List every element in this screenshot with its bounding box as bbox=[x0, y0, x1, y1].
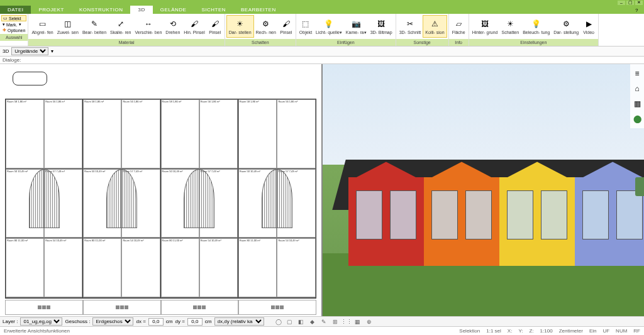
ribbon-icon: 🖌 bbox=[209, 18, 221, 30]
titlebar: – ▢ ✕ bbox=[0, 0, 644, 5]
status-ratio: 1:1 sel bbox=[486, 328, 501, 334]
room: Raum 58 1,86 m² bbox=[83, 99, 121, 168]
floor: Raum 58 1,86 m²Raum 56 1,86 m² bbox=[238, 99, 316, 169]
ribbon-label: Dar- stellen bbox=[229, 30, 252, 35]
ribbon-btn-1-1[interactable]: ⚙Rech- nen bbox=[254, 15, 278, 38]
floor: Raum 58 1,86 m²Raum 56 1,86 m² bbox=[83, 99, 160, 169]
layer-label: Layer : bbox=[3, 319, 18, 324]
status-ein: Ein bbox=[589, 328, 597, 334]
tab-konstruktion[interactable]: KONSTRUKTION bbox=[72, 6, 131, 14]
tab-projekt[interactable]: PROJEKT bbox=[31, 6, 71, 14]
room-label: Raum 54 10,49 m² bbox=[201, 239, 221, 242]
ribbon-btn-2-1[interactable]: 💡Licht- quelle▾ bbox=[314, 15, 344, 38]
ribbon-group-5: 🖼Hinter- grund☀Schatten💡Beleuch- tung⚙Da… bbox=[469, 14, 599, 46]
ribbon-label: Kolli- sion bbox=[425, 30, 444, 35]
layers-icon[interactable]: ≡ bbox=[631, 68, 643, 79]
unit-3: Raum 58 1,86 m²Raum 56 1,86 m²Raum 50 10… bbox=[238, 99, 316, 298]
house-1 bbox=[424, 177, 499, 265]
mark-button[interactable]: ▾Mark. ▾ bbox=[1, 22, 26, 27]
ribbon-label: Bear- beiten bbox=[82, 30, 106, 35]
window bbox=[356, 190, 382, 239]
ribbon-btn-3-1[interactable]: ⚠Kolli- sion bbox=[423, 15, 447, 38]
3d-view-pane[interactable]: ≡ ⌂ ▦ ⬤ bbox=[323, 64, 644, 316]
window bbox=[582, 190, 609, 239]
tool-icon-9[interactable]: ⊕ bbox=[365, 317, 374, 326]
min-button[interactable]: – bbox=[618, 1, 625, 5]
ribbon-btn-0-0[interactable]: ▭Abgrei- fen bbox=[30, 15, 55, 38]
status-left: Erweiterte Ansichtsfunktionen bbox=[4, 328, 70, 334]
tool-icon-2[interactable]: ▢ bbox=[286, 317, 294, 326]
tab-sichten[interactable]: SICHTEN bbox=[194, 6, 233, 14]
tool-icon-1[interactable]: ◯ bbox=[274, 317, 283, 326]
ribbon-btn-5-1[interactable]: ☀Schatten bbox=[500, 15, 521, 38]
ribbon-icon: ⤢ bbox=[115, 18, 126, 30]
close-button[interactable]: ✕ bbox=[635, 1, 643, 5]
ribbon-label: Verschie- ben bbox=[135, 30, 162, 35]
tab-3d[interactable]: 3D bbox=[130, 6, 152, 14]
geschoss-select[interactable]: Erdgeschos bbox=[92, 317, 133, 326]
dxdy-select[interactable]: dx,dy (relativ ka bbox=[214, 317, 264, 326]
tool-icon-3[interactable]: ◧ bbox=[297, 317, 306, 326]
house-icon[interactable]: ⌂ bbox=[631, 83, 643, 94]
ribbon-btn-5-0[interactable]: 🖼Hinter- grund bbox=[470, 15, 500, 38]
ribbon-btn-1-0[interactable]: ☀Dar- stellen bbox=[226, 15, 254, 38]
tool-icon-8[interactable]: ▦ bbox=[353, 317, 362, 326]
workspace: Raum 58 1,86 m²Raum 56 1,86 m²Raum 50 10… bbox=[0, 64, 644, 316]
tree-icon[interactable]: ⬤ bbox=[631, 113, 643, 124]
room-label: Raum 50 10,49 m² bbox=[240, 170, 260, 173]
ribbon-label: Zuwei- sen bbox=[57, 30, 79, 35]
ribbon-btn-0-2[interactable]: ✎Bear- beiten bbox=[80, 15, 108, 38]
ribbon-btn-0-5[interactable]: ⟲Drehen bbox=[164, 15, 182, 38]
group-label: Schatten bbox=[225, 39, 296, 46]
ribbon-icon: 🖌 bbox=[189, 18, 200, 30]
dx-input[interactable] bbox=[148, 318, 164, 326]
ribbon-btn-0-3[interactable]: ⤢Skalie- ren bbox=[108, 15, 133, 38]
tab-bearbeiten[interactable]: BEARBEITEN bbox=[233, 6, 284, 14]
status-unit: Zentimeter bbox=[559, 328, 583, 334]
ribbon-group-4: ▱FlächeInfo bbox=[449, 14, 469, 46]
tool-icon-4[interactable]: ◆ bbox=[308, 317, 317, 326]
ribbon-btn-0-7[interactable]: 🖌Pinsel bbox=[207, 15, 223, 38]
tool-icon-7[interactable]: ⋮⋮ bbox=[342, 317, 351, 326]
max-button[interactable]: ▢ bbox=[626, 1, 634, 5]
optionen-button[interactable]: ✚Optionen bbox=[1, 28, 26, 33]
room-label: Raum 50 10,49 m² bbox=[84, 170, 105, 173]
dialog-row: Dialoge: bbox=[0, 57, 644, 64]
ribbon-btn-4-0[interactable]: ▱Fläche bbox=[450, 15, 467, 38]
room: Raum 54 10,49 m² bbox=[44, 238, 82, 297]
floorplan-pane[interactable]: Raum 58 1,86 m²Raum 56 1,86 m²Raum 50 10… bbox=[0, 64, 323, 316]
floor: Raum 80 11,00 m²Raum 54 10,49 m² bbox=[83, 238, 160, 298]
tab-datei[interactable]: DATEI bbox=[0, 6, 31, 14]
room: Raum 56 1,86 m² bbox=[199, 99, 238, 168]
side-tab[interactable] bbox=[635, 177, 644, 196]
ribbon-btn-5-2[interactable]: 💡Beleuch- tung bbox=[521, 15, 552, 38]
ribbon-icon: 🖼 bbox=[479, 18, 491, 30]
tool-icon-6[interactable]: ⊞ bbox=[331, 317, 340, 326]
ribbon-btn-5-3[interactable]: ⚙Dar- stellung bbox=[552, 15, 580, 38]
dropdown-icon[interactable]: ▾ bbox=[51, 48, 53, 54]
room: Raum 58 1,86 m² bbox=[238, 99, 277, 168]
ribbon-btn-0-4[interactable]: ↔Verschie- ben bbox=[133, 15, 164, 38]
palette-icon[interactable]: ▦ bbox=[631, 98, 643, 109]
dy-input[interactable] bbox=[187, 318, 203, 326]
statusbar: Erweiterte Ansichtsfunktionen Selektion … bbox=[0, 326, 644, 335]
window bbox=[616, 190, 643, 239]
ribbon-icon: ✂ bbox=[404, 18, 416, 30]
tool-icon-5[interactable]: ✎ bbox=[319, 317, 328, 326]
ribbon-btn-0-6[interactable]: 🖌Hin. Pinsel bbox=[182, 15, 206, 38]
help-icon[interactable]: ? bbox=[635, 8, 641, 14]
ribbon-btn-2-3[interactable]: 🖼3D- Bitmap bbox=[369, 15, 394, 38]
layer-select-bottom[interactable]: 01_ug,eg,og bbox=[20, 317, 62, 326]
window bbox=[390, 190, 416, 239]
ribbon-btn-5-4[interactable]: ▶Video bbox=[580, 15, 597, 38]
selekt-button[interactable]: ▭ Selekt bbox=[1, 15, 26, 21]
ribbon-btn-0-1[interactable]: ◫Zuwei- sen bbox=[55, 15, 80, 38]
ribbon-btn-1-2[interactable]: 🖌Pinsel bbox=[278, 15, 294, 38]
layer-select[interactable]: Urgelände bbox=[11, 47, 48, 55]
ribbon-btn-2-2[interactable]: 📷Kame- ra▾ bbox=[344, 15, 369, 38]
ribbon-btn-3-0[interactable]: ✂3D- Schnitt bbox=[397, 15, 423, 38]
menubar: DATEI PROJEKT KONSTRUKTION 3D GELÄNDE SI… bbox=[0, 5, 644, 14]
tab-gelaende[interactable]: GELÄNDE bbox=[153, 6, 194, 14]
ribbon-btn-2-0[interactable]: ⬚Objekt bbox=[297, 15, 314, 38]
ribbon-label: Objekt bbox=[299, 30, 312, 35]
